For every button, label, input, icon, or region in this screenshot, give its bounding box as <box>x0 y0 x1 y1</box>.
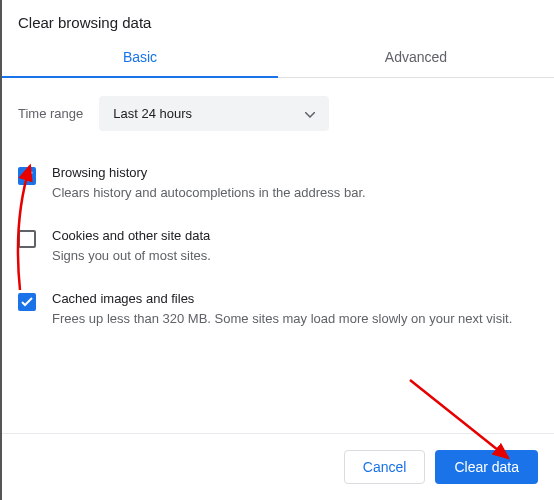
timerange-select[interactable]: Last 24 hours <box>99 96 329 131</box>
dialog-title: Clear browsing data <box>2 0 554 37</box>
timerange-label: Time range <box>18 106 83 121</box>
chevron-down-icon <box>305 106 315 121</box>
option-title: Cached images and files <box>52 291 538 306</box>
option-desc: Signs you out of most sites. <box>52 247 538 265</box>
clear-data-button[interactable]: Clear data <box>435 450 538 484</box>
option-desc: Clears history and autocompletions in th… <box>52 184 538 202</box>
option-desc: Frees up less than 320 MB. Some sites ma… <box>52 310 538 328</box>
tabs: Basic Advanced <box>2 37 554 78</box>
tab-advanced[interactable]: Advanced <box>278 37 554 77</box>
option-title: Cookies and other site data <box>52 228 538 243</box>
options-list: Browsing history Clears history and auto… <box>2 149 554 345</box>
tab-basic[interactable]: Basic <box>2 37 278 77</box>
checkbox-browsing-history[interactable] <box>18 167 36 185</box>
option-cache: Cached images and files Frees up less th… <box>18 281 538 344</box>
checkbox-cache[interactable] <box>18 293 36 311</box>
option-cookies: Cookies and other site data Signs you ou… <box>18 218 538 281</box>
timerange-row: Time range Last 24 hours <box>2 78 554 149</box>
checkbox-cookies[interactable] <box>18 230 36 248</box>
cancel-button[interactable]: Cancel <box>344 450 426 484</box>
timerange-value: Last 24 hours <box>113 106 192 121</box>
option-title: Browsing history <box>52 165 538 180</box>
dialog-footer: Cancel Clear data <box>2 433 554 500</box>
option-browsing-history: Browsing history Clears history and auto… <box>18 155 538 218</box>
